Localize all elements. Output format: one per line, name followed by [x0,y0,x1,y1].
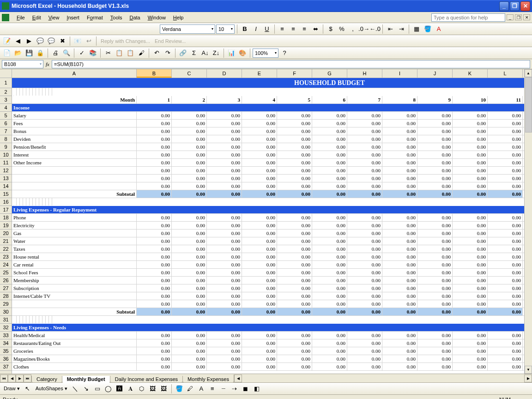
row-header-1[interactable]: 1 [0,78,12,88]
increase-decimal-button[interactable]: .0→ [359,24,369,34]
sheet-tab-monthly-expenses[interactable]: Monthly Expenses [182,376,234,383]
row-22[interactable]: Taxes0.000.000.000.000.000.000.000.000.0… [12,245,524,253]
open-button[interactable]: 📂 [13,48,23,58]
vertical-scrollbar[interactable]: ▲ ▼ [524,69,532,374]
row-6[interactable]: Fees0.000.000.000.000.000.000.000.000.00… [12,120,524,127]
row-33[interactable]: Health/Medical0.000.000.000.000.000.000.… [12,332,524,339]
arrow-button[interactable]: ↘ [81,384,91,394]
select-all-corner[interactable] [0,69,12,78]
print-button[interactable]: 🖨 [50,48,60,58]
diagram-button[interactable]: ⬡ [137,384,147,394]
new-button[interactable]: 📄 [2,48,12,58]
row-header-23[interactable]: 23 [0,253,12,261]
row-header-4[interactable]: 4 [0,104,12,112]
sheet-tab-monthly-budget[interactable]: Monthly Budget [62,376,110,383]
font-color-draw-button[interactable]: A [196,384,206,394]
column-header-J[interactable]: J [417,69,453,78]
row-17[interactable]: Living Expenses - Regular Repayment [12,206,524,214]
scroll-up-button[interactable]: ▲ [525,69,532,77]
menu-edit[interactable]: Edit [29,13,45,22]
column-header-E[interactable]: E [242,69,277,78]
row-header-19[interactable]: 19 [0,222,12,230]
menu-insert[interactable]: Insert [63,13,83,22]
currency-button[interactable]: $ [326,24,336,34]
column-header-H[interactable]: H [347,69,382,78]
column-header-I[interactable]: I [382,69,417,78]
italic-button[interactable]: I [251,24,261,34]
line-button[interactable]: ＼ [70,384,80,394]
row-8[interactable]: Deviden0.000.000.000.000.000.000.000.000… [12,135,524,143]
row-header-10[interactable]: 10 [0,151,12,159]
scroll-thumb[interactable] [525,77,532,133]
row-header-22[interactable]: 22 [0,245,12,253]
dash-style-button[interactable]: ┈ [218,384,229,394]
merge-center-button[interactable]: ⬌ [310,24,320,34]
column-header-K[interactable]: K [453,69,488,78]
row-34[interactable]: Restaurants/Eating Out0.000.000.000.000.… [12,339,524,347]
font-size-combo[interactable]: 10 [216,24,235,34]
align-center-button[interactable]: ≡ [288,24,298,34]
print-preview-button[interactable]: 🔍 [61,48,72,58]
row-28[interactable]: Internet/Cable TV0.000.000.000.000.000.0… [12,292,524,300]
cut-button[interactable]: ✂ [103,48,113,58]
row-25[interactable]: School Fees0.000.000.000.000.000.000.000… [12,269,524,277]
row-header-26[interactable]: 26 [0,277,12,284]
row-header-29[interactable]: 29 [0,300,12,308]
menu-data[interactable]: Data [126,13,144,22]
fill-color-button[interactable]: 🪣 [423,24,433,34]
save-button[interactable]: 💾 [24,48,34,58]
chart-wizard-button[interactable]: 📊 [226,48,236,58]
row-12[interactable]: 0.000.000.000.000.000.000.000.000.000.00… [12,167,524,175]
row-header-24[interactable]: 24 [0,261,12,269]
3d-button[interactable]: ◧ [252,384,262,394]
row-header-8[interactable]: 8 [0,135,12,143]
hscroll-right-button[interactable]: ▶ [524,375,532,382]
row-header-12[interactable]: 12 [0,167,12,175]
research-button[interactable]: 📚 [88,48,98,58]
row-7[interactable]: Bonus0.000.000.000.000.000.000.000.000.0… [12,127,524,135]
row-20[interactable]: Gas0.000.000.000.000.000.000.000.000.000… [12,230,524,237]
fx-icon[interactable]: fx [43,61,52,67]
row-header-21[interactable]: 21 [0,237,12,245]
clipart-button[interactable]: 🖼 [148,384,158,394]
column-header-G[interactable]: G [312,69,347,78]
row-2[interactable] [13,88,14,96]
row-header-16[interactable]: 16 [0,198,12,206]
menu-help[interactable]: Help [169,13,187,22]
delete-comment-button[interactable]: ✖ [57,36,67,46]
row-header-14[interactable]: 14 [0,182,12,190]
shadow-button[interactable]: ◼ [241,384,251,394]
row-14[interactable]: 0.000.000.000.000.000.000.000.000.000.00… [12,182,524,190]
menu-tools[interactable]: Tools [107,13,126,22]
column-header-F[interactable]: F [277,69,312,78]
new-comment-button[interactable]: 📝 [2,36,12,46]
row-11[interactable]: Other Income0.000.000.000.000.000.000.00… [12,159,524,167]
row-24[interactable]: Car rental0.000.000.000.000.000.000.000.… [12,261,524,269]
row-37[interactable]: Clothes0.000.000.000.000.000.000.000.000… [12,363,524,371]
row-4[interactable]: Income [12,104,524,112]
menu-view[interactable]: View [45,13,63,22]
row-header-15[interactable]: 15 [0,190,12,198]
row-header-32[interactable]: 32 [0,324,12,332]
line-style-button[interactable]: ≡ [207,384,218,394]
row-header-37[interactable]: 37 [0,363,12,371]
font-name-combo[interactable]: Verdana [160,24,215,34]
row-header-7[interactable]: 7 [0,127,12,135]
tab-nav-1[interactable]: ◀ [8,375,16,382]
row-36[interactable]: Magazines/Books0.000.000.000.000.000.000… [12,355,524,363]
hscroll-left-button[interactable]: ◀ [234,375,242,382]
textbox-button[interactable]: 🅰 [115,384,125,394]
rectangle-button[interactable]: ▭ [92,384,103,394]
row-19[interactable]: Electricity0.000.000.000.000.000.000.000… [12,222,524,230]
row-header-28[interactable]: 28 [0,292,12,300]
grid[interactable]: HOUSEHOLD BUDGETMonth1234567891011Income… [12,78,524,374]
arrow-style-button[interactable]: ⇢ [230,384,240,394]
row-32[interactable]: Living Expenses - Needs [12,324,524,332]
row-5[interactable]: Salary0.000.000.000.000.000.000.000.000.… [12,112,524,120]
row-header-31[interactable]: 31 [0,316,12,324]
percent-button[interactable]: % [337,24,347,34]
format-painter-button[interactable]: 🖌 [136,48,146,58]
autoshapes-menu[interactable]: AutoShapes ▾ [34,386,69,392]
hyperlink-button[interactable]: 🔗 [178,48,188,58]
align-right-button[interactable]: ≡ [299,24,309,34]
